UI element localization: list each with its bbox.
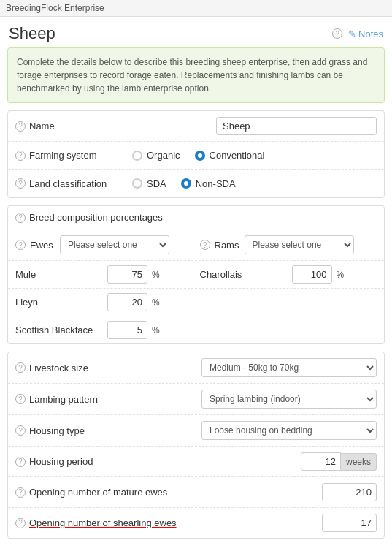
lleyn-label: Lleyn xyxy=(15,297,103,308)
scottish-blackface-group: Scottish Blackface % xyxy=(15,321,200,339)
opening-mature-ewes-input-cell xyxy=(167,483,377,501)
ewes-group: ? Ewes Please select one xyxy=(15,235,193,254)
farming-system-conventional[interactable]: Conventional xyxy=(195,150,265,161)
lleyn-row: Lleyn % xyxy=(8,289,384,316)
scottish-blackface-right-empty xyxy=(200,321,377,339)
mule-charollais-row: Mule % Charollais % xyxy=(8,261,384,289)
housing-period-row: ? Housing period weeks xyxy=(8,446,384,477)
housing-period-unit: weeks xyxy=(341,453,377,471)
land-sda[interactable]: SDA xyxy=(132,178,166,189)
farming-system-help-icon[interactable]: ? xyxy=(15,151,26,161)
mule-group: Mule % xyxy=(15,265,200,284)
ewes-rams-row: ? Ewes Please select one ? Rams Please s… xyxy=(8,229,384,261)
rams-select[interactable]: Please select one xyxy=(245,235,354,254)
scottish-blackface-pct: % xyxy=(152,325,160,335)
farming-system-row: ? Farming system Organic Conventional xyxy=(8,142,384,170)
mule-input[interactable] xyxy=(107,265,147,284)
livestock-size-input-cell: Medium - 50kg to 70kg Small - under 50kg… xyxy=(132,358,377,377)
opening-shearling-ewes-help-icon[interactable]: ? xyxy=(15,518,26,528)
livestock-size-label: Livestock size xyxy=(29,362,88,373)
housing-type-help-icon[interactable]: ? xyxy=(15,425,26,436)
rams-group: ? Rams Please select one xyxy=(200,235,377,254)
name-row: ? Name xyxy=(8,111,384,142)
livestock-size-select[interactable]: Medium - 50kg to 70kg Small - under 50kg… xyxy=(201,358,377,377)
lleyn-input[interactable] xyxy=(107,293,147,311)
header-help-icon[interactable]: ? xyxy=(332,28,342,39)
land-classification-label: Land classification xyxy=(29,178,107,189)
opening-mature-ewes-help-icon[interactable]: ? xyxy=(15,487,26,498)
lambing-pattern-select[interactable]: Spring lambing (indoor) Spring lambing (… xyxy=(201,390,377,408)
mule-pct: % xyxy=(152,270,160,280)
lambing-pattern-label-cell: ? Lambing pattern xyxy=(15,394,132,405)
lleyn-right-empty xyxy=(200,293,377,311)
land-classification-row: ? Land classification SDA Non-SDA xyxy=(8,170,384,197)
housing-period-input-cell: weeks xyxy=(132,452,377,471)
charollais-pct: % xyxy=(337,270,345,280)
name-label: Name xyxy=(29,121,55,132)
farming-system-organic[interactable]: Organic xyxy=(132,150,180,161)
land-classification-options: SDA Non-SDA xyxy=(132,178,377,189)
land-classification-help-icon[interactable]: ? xyxy=(15,178,26,189)
breed-composition-help-icon[interactable]: ? xyxy=(15,213,26,223)
opening-mature-ewes-input[interactable] xyxy=(322,483,377,501)
ewes-help-icon[interactable]: ? xyxy=(15,240,26,250)
page-header: Sheep ? ✎ Notes xyxy=(0,17,392,48)
lambing-pattern-help-icon[interactable]: ? xyxy=(15,394,26,404)
notes-link[interactable]: ✎ Notes xyxy=(348,28,383,39)
lambing-pattern-label: Lambing pattern xyxy=(29,394,98,405)
notes-label: Notes xyxy=(358,28,383,39)
housing-type-input-cell: Loose housing on bedding Cubicles Other xyxy=(132,421,377,440)
opening-mature-ewes-label: Opening number of mature ewes xyxy=(29,487,167,498)
info-box-text: Complete the details below to describe t… xyxy=(17,57,367,94)
rams-help-icon[interactable]: ? xyxy=(200,240,210,250)
housing-type-row: ? Housing type Loose housing on bedding … xyxy=(8,415,384,446)
charollais-input[interactable] xyxy=(292,265,332,284)
info-box: Complete the details below to describe t… xyxy=(7,48,385,103)
name-help-icon[interactable]: ? xyxy=(15,121,26,132)
livestock-size-row: ? Livestock size Medium - 50kg to 70kg S… xyxy=(8,352,384,384)
organic-radio[interactable] xyxy=(132,151,142,161)
name-label-cell: ? Name xyxy=(15,121,132,132)
housing-period-input[interactable] xyxy=(301,452,341,471)
scottish-blackface-input[interactable] xyxy=(107,321,147,339)
housing-type-select[interactable]: Loose housing on bedding Cubicles Other xyxy=(201,421,377,440)
land-non-sda[interactable]: Non-SDA xyxy=(181,178,236,189)
header-right: ? ✎ Notes xyxy=(332,28,383,39)
section-breed-composition: ? Breed composition percentages ? Ewes P… xyxy=(7,205,385,344)
name-input-cell xyxy=(132,117,377,135)
farming-system-options: Organic Conventional xyxy=(132,150,377,161)
farming-system-label: Farming system xyxy=(29,150,96,161)
ewes-label: Ewes xyxy=(30,240,55,251)
land-classification-label-cell: ? Land classification xyxy=(15,178,132,189)
non-sda-radio[interactable] xyxy=(181,178,191,189)
mule-label: Mule xyxy=(15,269,103,280)
non-sda-label: Non-SDA xyxy=(196,178,236,189)
name-input[interactable] xyxy=(216,117,377,135)
lambing-pattern-input-cell: Spring lambing (indoor) Spring lambing (… xyxy=(132,390,377,408)
charollais-group: Charollais % xyxy=(200,265,377,284)
housing-period-label-cell: ? Housing period xyxy=(15,456,132,467)
opening-shearling-ewes-input[interactable] xyxy=(322,514,377,532)
housing-type-label-cell: ? Housing type xyxy=(15,425,132,436)
opening-mature-ewes-label-cell: ? Opening number of mature ewes xyxy=(15,487,167,498)
title-bar-text: BreedingFlock Enterprise xyxy=(6,3,104,13)
opening-shearling-ewes-label: Opening number of shearling ewes xyxy=(29,517,177,528)
lambing-pattern-row: ? Lambing pattern Spring lambing (indoor… xyxy=(8,384,384,415)
ewes-select[interactable]: Please select one xyxy=(60,235,169,254)
sda-radio[interactable] xyxy=(132,178,142,189)
breed-two-col-3: Scottish Blackface % xyxy=(15,321,377,339)
housing-period-help-icon[interactable]: ? xyxy=(15,457,26,467)
conventional-radio[interactable] xyxy=(195,151,205,161)
sda-label: SDA xyxy=(147,178,166,189)
breed-composition-label: Breed composition percentages xyxy=(29,212,163,223)
title-bar: BreedingFlock Enterprise xyxy=(0,0,392,17)
housing-type-label: Housing type xyxy=(29,425,85,436)
farming-system-label-cell: ? Farming system xyxy=(15,150,132,161)
housing-period-label: Housing period xyxy=(29,456,93,467)
opening-shearling-ewes-label-cell: ? Opening number of shearling ewes xyxy=(15,517,177,528)
livestock-size-help-icon[interactable]: ? xyxy=(15,362,26,373)
opening-mature-ewes-row: ? Opening number of mature ewes xyxy=(8,477,384,508)
rams-label: Rams xyxy=(215,240,240,251)
scottish-blackface-label: Scottish Blackface xyxy=(15,324,103,335)
opening-shearling-ewes-row: ? Opening number of shearling ewes xyxy=(8,508,384,538)
